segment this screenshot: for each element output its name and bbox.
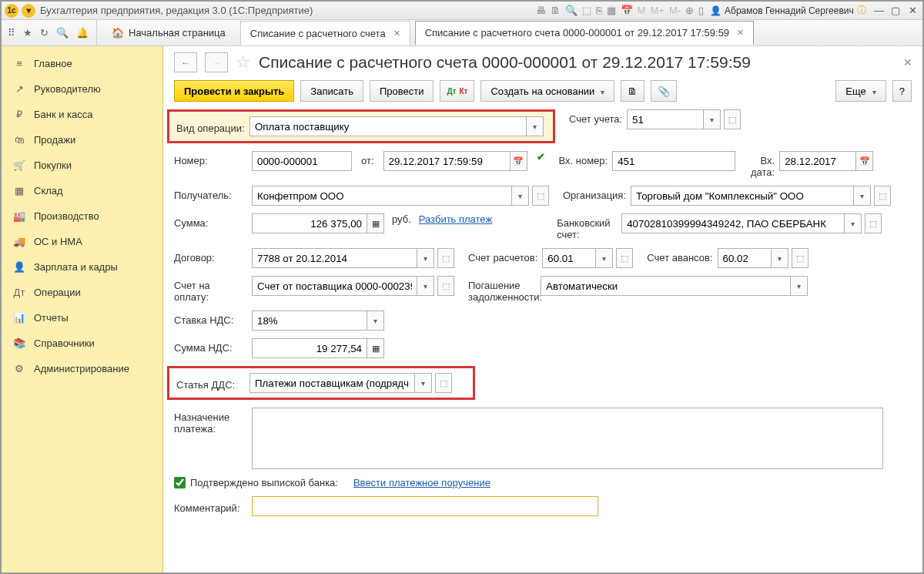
sidebar-item-manager[interactable]: ↗Руководителю bbox=[2, 76, 162, 102]
copy-icon[interactable]: ⎘ bbox=[596, 5, 602, 16]
purpose-textarea[interactable] bbox=[252, 408, 883, 469]
m-plus-icon[interactable]: M+ bbox=[650, 5, 664, 16]
search2-icon[interactable]: 🔍 bbox=[56, 27, 69, 39]
sidebar-item-main[interactable]: ≡Главное bbox=[2, 51, 162, 76]
close-tab-icon[interactable]: ✕ bbox=[393, 29, 400, 39]
dds-input[interactable] bbox=[249, 373, 415, 393]
dropdown-icon[interactable]: ▾ bbox=[772, 248, 788, 268]
op-type-input[interactable] bbox=[249, 116, 527, 136]
dropdown-icon[interactable]: ▾ bbox=[854, 186, 871, 206]
calendar-icon[interactable]: 📅 bbox=[856, 151, 873, 171]
open-icon[interactable]: ⬚ bbox=[435, 373, 452, 393]
number-input[interactable] bbox=[252, 151, 352, 171]
submit-button[interactable]: Провести bbox=[370, 80, 434, 102]
sidebar-item-admin[interactable]: ⚙Администрирование bbox=[2, 356, 162, 381]
m-minus-icon[interactable]: M- bbox=[669, 5, 681, 16]
close-page-icon[interactable]: × bbox=[903, 55, 912, 71]
vat-rate-input[interactable] bbox=[252, 310, 367, 331]
sidebar-item-sales[interactable]: 🛍Продажи bbox=[2, 127, 162, 153]
open-icon[interactable]: ⬚ bbox=[874, 186, 891, 206]
dtkt-button[interactable]: ДтКт bbox=[440, 80, 474, 102]
dropdown-icon[interactable]: ▾ bbox=[417, 276, 434, 296]
contract-input[interactable] bbox=[252, 248, 417, 268]
dropdown-icon[interactable]: ▾ bbox=[527, 116, 544, 136]
close-icon[interactable]: ✕ bbox=[906, 5, 919, 16]
calendar-icon[interactable]: 📅 bbox=[511, 151, 527, 171]
report-button[interactable]: 🗎 bbox=[621, 80, 644, 102]
calc-icon[interactable]: ▦ bbox=[367, 213, 384, 233]
tab-doc1[interactable]: Списание с расчетного счета ✕ bbox=[240, 21, 410, 45]
comment-input[interactable] bbox=[252, 496, 598, 516]
date-input[interactable] bbox=[383, 151, 511, 171]
calc-icon[interactable]: ▦ bbox=[367, 338, 384, 358]
open-icon[interactable]: ⬚ bbox=[865, 213, 882, 233]
bank-input[interactable] bbox=[621, 213, 845, 233]
book-icon[interactable]: ▯ bbox=[698, 5, 704, 16]
dropdown-icon[interactable]: ▾ bbox=[22, 4, 35, 18]
open-icon[interactable]: ⬚ bbox=[532, 186, 549, 206]
link-icon[interactable]: ⬚ bbox=[582, 5, 591, 16]
in-number-input[interactable] bbox=[612, 151, 735, 171]
sidebar-item-assets[interactable]: 🚚ОС и НМА bbox=[2, 229, 162, 254]
create-based-button[interactable]: Создать на основании bbox=[480, 80, 614, 102]
open-icon[interactable]: ⬚ bbox=[616, 248, 633, 268]
sidebar-item-reports[interactable]: 📊Отчеты bbox=[2, 305, 162, 331]
dropdown-icon[interactable]: ▾ bbox=[704, 109, 721, 129]
more-button[interactable]: Еще bbox=[835, 80, 886, 102]
in-date-input[interactable] bbox=[779, 151, 856, 171]
attach-button[interactable]: 📎 bbox=[651, 80, 677, 102]
split-payment-link[interactable]: Разбить платеж bbox=[419, 213, 492, 225]
print-icon[interactable]: 🖶 bbox=[536, 5, 546, 16]
bell-icon[interactable]: 🔔 bbox=[76, 27, 89, 39]
open-icon[interactable]: ⬚ bbox=[437, 276, 454, 296]
confirmed-checkbox[interactable] bbox=[174, 477, 186, 488]
sidebar-item-directories[interactable]: 📚Справочники bbox=[2, 331, 162, 356]
open-icon[interactable]: ⬚ bbox=[724, 109, 741, 129]
dropdown-icon[interactable]: ▾ bbox=[512, 186, 529, 206]
search-icon[interactable]: 🔍 bbox=[565, 5, 578, 16]
sidebar-item-production[interactable]: 🏭Производство bbox=[2, 203, 162, 229]
calc-icon[interactable]: ▦ bbox=[607, 5, 616, 16]
sidebar-item-salary[interactable]: 👤Зарплата и кадры bbox=[2, 254, 162, 280]
zoom-in-icon[interactable]: ⊕ bbox=[685, 5, 694, 16]
advance-input[interactable] bbox=[718, 248, 772, 268]
vat-sum-input[interactable] bbox=[252, 338, 367, 358]
sidebar-item-purchases[interactable]: 🛒Покупки bbox=[2, 153, 162, 178]
back-button[interactable]: ← bbox=[174, 52, 197, 72]
sum-input[interactable] bbox=[252, 213, 367, 233]
m-icon[interactable]: M bbox=[638, 5, 646, 16]
org-input[interactable] bbox=[631, 186, 854, 206]
apps-icon[interactable]: ⠿ bbox=[8, 27, 15, 39]
dropdown-icon[interactable]: ▾ bbox=[415, 373, 432, 393]
star-icon[interactable]: ★ bbox=[23, 27, 32, 39]
info-icon[interactable]: ⓘ bbox=[857, 4, 866, 17]
dropdown-icon[interactable]: ▾ bbox=[845, 213, 862, 233]
recipient-input[interactable] bbox=[252, 186, 512, 206]
sidebar-item-operations[interactable]: ДтОперации bbox=[2, 280, 162, 305]
sidebar-item-bank[interactable]: ₽Банк и касса bbox=[2, 102, 162, 127]
enter-order-link[interactable]: Ввести платежное поручение bbox=[353, 477, 490, 488]
debt-input[interactable] bbox=[541, 276, 791, 296]
forward-button[interactable]: → bbox=[205, 52, 228, 72]
dropdown-icon[interactable]: ▾ bbox=[791, 276, 808, 296]
tab-home[interactable]: 🏠 Начальная страница bbox=[102, 21, 236, 45]
history-icon[interactable]: ↻ bbox=[40, 27, 49, 39]
preview-icon[interactable]: 🗎 bbox=[551, 5, 561, 16]
user-badge[interactable]: 👤 Абрамов Геннадий Сергеевич ⓘ bbox=[710, 4, 866, 17]
maximize-icon[interactable]: ▢ bbox=[889, 5, 902, 16]
account-input[interactable] bbox=[627, 109, 704, 129]
tab-doc2[interactable]: Списание с расчетного счета 0000-000001 … bbox=[415, 21, 754, 45]
invoice-input[interactable] bbox=[252, 276, 417, 296]
close-tab-icon[interactable]: ✕ bbox=[737, 28, 744, 38]
save-button[interactable]: Записать bbox=[300, 80, 363, 102]
calendar-icon[interactable]: 📅 bbox=[621, 5, 633, 16]
dropdown-icon[interactable]: ▾ bbox=[417, 248, 434, 268]
minimize-icon[interactable]: — bbox=[872, 5, 886, 16]
open-icon[interactable]: ⬚ bbox=[437, 248, 454, 268]
sidebar-item-warehouse[interactable]: ▦Склад bbox=[2, 178, 162, 203]
submit-close-button[interactable]: Провести и закрыть bbox=[174, 80, 294, 102]
open-icon[interactable]: ⬚ bbox=[792, 248, 808, 268]
dropdown-icon[interactable]: ▾ bbox=[367, 310, 384, 331]
dropdown-icon[interactable]: ▾ bbox=[596, 248, 613, 268]
favorite-star-icon[interactable]: ☆ bbox=[236, 52, 251, 72]
